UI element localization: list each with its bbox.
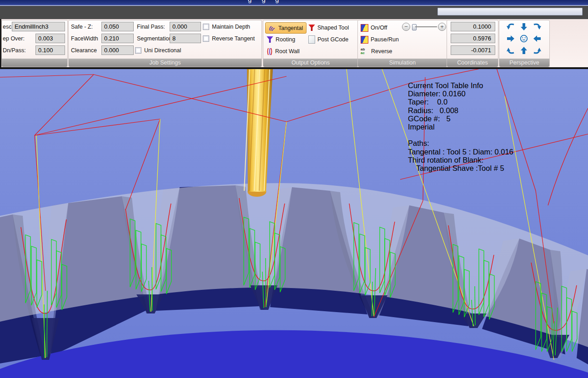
reversetangent-label: Reverse Tangent <box>212 34 255 44</box>
rooting-button[interactable]: Rooting <box>266 35 295 45</box>
shaped-tool-icon <box>308 25 315 31</box>
finalpass-label: Final Pass: <box>137 22 165 32</box>
group-caption <box>2 59 67 67</box>
stepover-label: ep Over: <box>3 34 25 44</box>
group-coordinates: 0.1000 0.5976 -0.0071 Coordinates <box>447 20 498 67</box>
tangental-button[interactable]: Tangental <box>265 22 307 34</box>
window-title-descenders: g g <box>248 0 271 5</box>
group-perspective: Perspective <box>499 20 550 67</box>
reset-view-smiley-button[interactable] <box>519 34 529 44</box>
info-line: Paths: <box>408 139 513 147</box>
root-wall-label: Root Wall <box>275 48 300 55</box>
pan-right-button[interactable] <box>506 34 516 44</box>
group-caption: Job Settings <box>69 59 261 67</box>
unidirectional-checkbox[interactable] <box>135 47 141 54</box>
document-icon <box>308 35 315 44</box>
3d-viewport[interactable]: Current Tool Table Info Diameter: 0.0160… <box>0 69 588 378</box>
info-line: Taper: 0.0 <box>408 98 513 106</box>
post-gcode-button[interactable]: Post GCode <box>308 35 348 45</box>
facewidth-label: FaceWidth <box>71 34 98 44</box>
desc-field[interactable]: EndmillInch3 <box>12 22 65 31</box>
group-job-settings: Safe - Z: 0.050 FaceWidth 0.210 Clearanc… <box>68 20 262 67</box>
titlebar-input[interactable] <box>437 8 583 15</box>
unidirectional-label: Uni Directional <box>144 45 181 55</box>
rooting-label: Rooting <box>276 36 295 43</box>
info-line: Current Tool Table Info <box>408 81 513 90</box>
rooting-icon <box>266 36 273 43</box>
stepover-field[interactable]: 0.003 <box>35 34 65 43</box>
speed-plus-button[interactable]: + <box>438 23 446 31</box>
info-line: Tangential Shave :Tool # 5 <box>408 164 513 172</box>
group-caption: Coordinates <box>447 59 498 67</box>
sim-pauserun-icon <box>361 36 368 44</box>
shaped-tool-label: Shaped Tool <box>317 25 349 31</box>
rotate-up-right-button[interactable] <box>532 45 542 55</box>
group-caption: Output Options <box>263 59 358 67</box>
group-simulation: On/Off − + Pause/Run abac Reverse Simula… <box>357 20 447 67</box>
safez-label: Safe - Z: <box>71 22 93 32</box>
group-caption: Perspective <box>499 59 549 67</box>
coordinate-z: -0.0071 <box>451 45 495 55</box>
tangental-label: Tangental <box>278 25 303 31</box>
finalpass-field[interactable]: 0.000 <box>170 22 201 31</box>
sim-pauserun-button[interactable]: Pause/Run <box>361 35 399 45</box>
coordinate-x: 0.1000 <box>451 22 495 31</box>
group-tool: esc: EndmillInch3 ep Over: 0.003 Dn/Pass… <box>1 20 68 67</box>
coordinate-y: 0.5976 <box>451 34 495 43</box>
group-output-options: Tangental Shaped Tool Rooting Post GCode… <box>263 20 358 67</box>
pan-left-button[interactable] <box>532 34 542 44</box>
speed-minus-button[interactable]: − <box>402 23 410 31</box>
window-title-descenders: g <box>275 0 284 5</box>
sim-reverse-button[interactable]: abac Reverse <box>361 46 392 56</box>
info-line <box>408 131 513 139</box>
pan-down-button[interactable] <box>519 22 529 32</box>
rotate-up-left-button[interactable] <box>506 45 516 55</box>
reversetangent-checkbox[interactable] <box>203 35 209 42</box>
segmentation-field[interactable]: 8 <box>170 34 201 43</box>
clearance-label: Clearance <box>71 45 97 55</box>
safez-field[interactable]: 0.050 <box>101 22 134 31</box>
facewidth-field[interactable]: 0.210 <box>101 34 134 43</box>
sim-onoff-icon <box>361 24 368 32</box>
group-caption: Simulation <box>358 59 447 67</box>
rotate-down-left-button[interactable] <box>506 22 516 32</box>
swirl-icon <box>269 25 276 31</box>
sim-onoff-label: On/Off <box>371 25 387 31</box>
segmentation-label: Segmentation <box>137 34 172 44</box>
info-line: Radius: 0.008 <box>408 106 513 114</box>
info-line: GCode #: 5 <box>408 114 513 123</box>
info-line: Imperial <box>408 123 513 131</box>
sim-pauserun-label: Pause/Run <box>371 36 399 43</box>
sim-onoff-button[interactable]: On/Off <box>361 23 387 33</box>
reverse-icon: abac <box>361 48 369 55</box>
tool-info-overlay: Current Tool Table Info Diameter: 0.0160… <box>408 81 513 172</box>
speed-slider-track[interactable] <box>415 26 437 27</box>
root-wall-button[interactable]: Root Wall <box>266 46 300 56</box>
pan-up-button[interactable] <box>519 45 529 55</box>
sim-reverse-label: Reverse <box>371 48 392 55</box>
downpass-label: Dn/Pass: <box>3 45 26 55</box>
info-line: Tangental : Tool 5 : Diam: 0.016 <box>408 148 513 156</box>
shaped-tool-button[interactable]: Shaped Tool <box>308 23 349 33</box>
maintaindepth-checkbox[interactable] <box>203 24 209 30</box>
info-line: Diameter: 0.0160 <box>408 90 513 98</box>
info-line: Third rotation of Blank: <box>408 156 513 164</box>
window-titlebar: g g g <box>0 0 588 5</box>
downpass-field[interactable]: 0.100 <box>35 45 65 55</box>
speed-slider-handle[interactable] <box>412 24 417 30</box>
post-gcode-label: Post GCode <box>317 36 348 43</box>
root-wall-icon <box>266 48 273 55</box>
maintaindepth-label: Maintain Depth <box>212 22 250 32</box>
rotate-down-right-button[interactable] <box>532 22 542 32</box>
clearance-field[interactable]: 0.000 <box>101 45 134 55</box>
